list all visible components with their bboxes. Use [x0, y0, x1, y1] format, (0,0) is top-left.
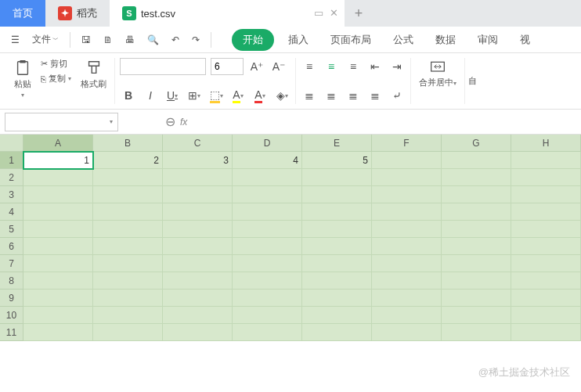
row-header[interactable]: 3 [0, 186, 23, 203]
cell[interactable] [302, 324, 372, 341]
hamburger-icon[interactable]: ☰ [6, 31, 24, 49]
cell[interactable] [442, 169, 511, 186]
cell[interactable] [302, 272, 372, 290]
copy-button[interactable]: ⎘复制▾ [41, 73, 71, 85]
cell[interactable] [302, 203, 372, 221]
cell[interactable] [372, 203, 442, 221]
font-size-select[interactable] [211, 58, 244, 75]
cell[interactable]: 1 [23, 152, 93, 169]
cell[interactable] [442, 186, 511, 203]
align-justify-icon[interactable]: ≣ [366, 87, 384, 104]
cell[interactable] [93, 186, 163, 203]
wrap-text-icon[interactable]: ⤶ [388, 87, 406, 104]
cell[interactable] [511, 152, 581, 169]
cell[interactable] [372, 272, 442, 290]
restore-icon[interactable]: ▭ [314, 7, 323, 19]
column-header[interactable]: D [233, 135, 302, 152]
cell[interactable] [372, 324, 442, 341]
cell[interactable] [372, 255, 442, 272]
formula-input[interactable] [192, 113, 581, 131]
column-header[interactable]: G [442, 135, 511, 152]
row-header[interactable]: 8 [0, 272, 23, 290]
fx-icon[interactable]: fx [180, 117, 187, 128]
tab-home[interactable]: 首页 [0, 0, 45, 27]
cell[interactable] [302, 169, 372, 186]
cell[interactable] [163, 238, 233, 255]
tab-docer[interactable]: ✦ 稻壳 [45, 0, 110, 27]
save-icon[interactable]: 🖫 [77, 31, 96, 49]
merge-center-button[interactable]: 合并居中▾ [416, 58, 460, 90]
column-header[interactable]: F [372, 135, 442, 152]
cell[interactable] [23, 186, 93, 203]
cell[interactable] [23, 255, 93, 272]
cell[interactable] [372, 290, 442, 307]
cell[interactable] [511, 238, 581, 255]
cell[interactable] [302, 238, 372, 255]
cell[interactable] [302, 290, 372, 307]
cell[interactable] [442, 307, 511, 324]
format-painter-button[interactable]: 格式刷 [78, 58, 110, 92]
cell[interactable] [163, 186, 233, 203]
align-center-icon[interactable]: ≣ [323, 87, 340, 104]
file-menu[interactable]: 文件 ﹀ [27, 30, 63, 49]
cell[interactable] [23, 290, 93, 307]
cell[interactable] [302, 255, 372, 272]
cell[interactable]: 4 [233, 152, 302, 169]
cell[interactable] [233, 272, 302, 290]
close-icon[interactable]: ✕ [330, 7, 338, 19]
font-name-select[interactable] [120, 58, 206, 75]
row-header[interactable]: 2 [0, 169, 23, 186]
align-bottom-icon[interactable]: ≡ [345, 58, 362, 75]
cell[interactable] [233, 186, 302, 203]
cell[interactable] [511, 186, 581, 203]
cell[interactable] [93, 290, 163, 307]
cell[interactable] [23, 272, 93, 290]
ribbon-tab-view[interactable]: 视 [512, 29, 538, 51]
cell[interactable] [163, 307, 233, 324]
preview-icon[interactable]: 🔍 [143, 31, 164, 49]
cell[interactable] [442, 272, 511, 290]
ribbon-tab-layout[interactable]: 页面布局 [323, 29, 379, 51]
cell[interactable] [93, 272, 163, 290]
column-header[interactable]: C [163, 135, 233, 152]
align-top-icon[interactable]: ≡ [301, 58, 318, 75]
italic-button[interactable]: I [142, 87, 159, 104]
cell[interactable] [23, 169, 93, 186]
cell[interactable] [233, 169, 302, 186]
print-icon[interactable]: 🖶 [121, 31, 139, 49]
clear-format-button[interactable]: ◈▾ [273, 87, 290, 104]
cell[interactable] [93, 307, 163, 324]
align-middle-icon[interactable]: ≡ [323, 58, 340, 75]
cut-button[interactable]: ✂剪切 [41, 58, 71, 70]
cancel-formula-icon[interactable]: ⊖ [165, 114, 175, 129]
cell[interactable] [511, 203, 581, 221]
cell[interactable] [163, 169, 233, 186]
cell[interactable] [93, 324, 163, 341]
cell[interactable] [163, 203, 233, 221]
cell[interactable] [372, 186, 442, 203]
cell[interactable] [233, 203, 302, 221]
cell[interactable] [163, 221, 233, 238]
cell[interactable] [302, 307, 372, 324]
column-header[interactable]: B [93, 135, 163, 152]
cell[interactable] [442, 203, 511, 221]
cell[interactable] [233, 290, 302, 307]
cell[interactable] [302, 221, 372, 238]
row-header[interactable]: 6 [0, 238, 23, 255]
cell[interactable] [163, 272, 233, 290]
row-header[interactable]: 11 [0, 324, 23, 341]
cell[interactable] [23, 221, 93, 238]
cell[interactable] [511, 255, 581, 272]
tab-add[interactable]: + [345, 0, 373, 27]
align-left-icon[interactable]: ≣ [301, 87, 318, 104]
ribbon-tab-insert[interactable]: 插入 [280, 29, 316, 51]
increase-font-icon[interactable]: A⁺ [248, 58, 265, 75]
name-box[interactable]: ▾ [5, 113, 118, 131]
cell[interactable] [233, 255, 302, 272]
border-button[interactable]: ⊞▾ [186, 87, 203, 104]
cell[interactable] [93, 221, 163, 238]
cell[interactable] [93, 203, 163, 221]
cell[interactable]: 2 [93, 152, 163, 169]
cell[interactable] [93, 238, 163, 255]
cell[interactable] [442, 221, 511, 238]
